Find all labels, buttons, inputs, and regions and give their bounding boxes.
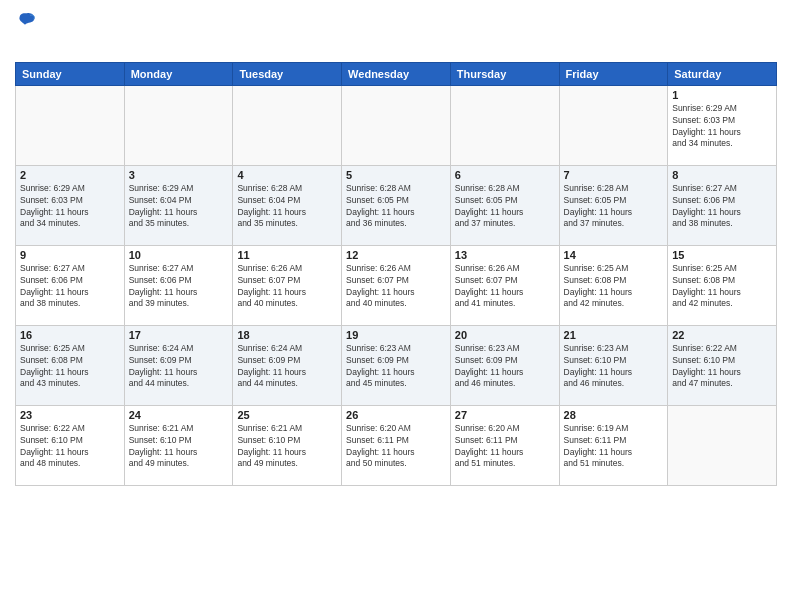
day-number: 24 — [129, 409, 229, 421]
calendar-cell: 13Sunrise: 6:26 AMSunset: 6:07 PMDayligh… — [450, 245, 559, 325]
calendar-cell: 21Sunrise: 6:23 AMSunset: 6:10 PMDayligh… — [559, 325, 668, 405]
day-number: 6 — [455, 169, 555, 181]
calendar-cell: 8Sunrise: 6:27 AMSunset: 6:06 PMDaylight… — [668, 165, 777, 245]
day-info: Sunrise: 6:27 AMSunset: 6:06 PMDaylight:… — [20, 263, 120, 311]
logo — [15, 10, 37, 54]
day-info: Sunrise: 6:25 AMSunset: 6:08 PMDaylight:… — [564, 263, 664, 311]
day-info: Sunrise: 6:25 AMSunset: 6:08 PMDaylight:… — [672, 263, 772, 311]
day-number: 1 — [672, 89, 772, 101]
day-number: 9 — [20, 249, 120, 261]
calendar-cell — [342, 85, 451, 165]
day-number: 18 — [237, 329, 337, 341]
calendar-week-5: 23Sunrise: 6:22 AMSunset: 6:10 PMDayligh… — [16, 405, 777, 485]
calendar-cell: 9Sunrise: 6:27 AMSunset: 6:06 PMDaylight… — [16, 245, 125, 325]
weekday-header-thursday: Thursday — [450, 62, 559, 85]
day-info: Sunrise: 6:28 AMSunset: 6:05 PMDaylight:… — [455, 183, 555, 231]
day-number: 17 — [129, 329, 229, 341]
weekday-header-sunday: Sunday — [16, 62, 125, 85]
day-info: Sunrise: 6:29 AMSunset: 6:03 PMDaylight:… — [20, 183, 120, 231]
day-info: Sunrise: 6:23 AMSunset: 6:10 PMDaylight:… — [564, 343, 664, 391]
calendar-cell: 15Sunrise: 6:25 AMSunset: 6:08 PMDayligh… — [668, 245, 777, 325]
calendar-cell: 12Sunrise: 6:26 AMSunset: 6:07 PMDayligh… — [342, 245, 451, 325]
day-number: 23 — [20, 409, 120, 421]
day-number: 28 — [564, 409, 664, 421]
day-info: Sunrise: 6:23 AMSunset: 6:09 PMDaylight:… — [346, 343, 446, 391]
weekday-header-row: SundayMondayTuesdayWednesdayThursdayFrid… — [16, 62, 777, 85]
day-number: 2 — [20, 169, 120, 181]
day-info: Sunrise: 6:27 AMSunset: 6:06 PMDaylight:… — [672, 183, 772, 231]
calendar-cell: 20Sunrise: 6:23 AMSunset: 6:09 PMDayligh… — [450, 325, 559, 405]
day-number: 27 — [455, 409, 555, 421]
calendar-cell: 26Sunrise: 6:20 AMSunset: 6:11 PMDayligh… — [342, 405, 451, 485]
weekday-header-saturday: Saturday — [668, 62, 777, 85]
day-info: Sunrise: 6:26 AMSunset: 6:07 PMDaylight:… — [237, 263, 337, 311]
calendar-cell — [450, 85, 559, 165]
day-info: Sunrise: 6:27 AMSunset: 6:06 PMDaylight:… — [129, 263, 229, 311]
day-info: Sunrise: 6:28 AMSunset: 6:05 PMDaylight:… — [346, 183, 446, 231]
calendar-cell — [559, 85, 668, 165]
calendar-cell — [16, 85, 125, 165]
day-number: 5 — [346, 169, 446, 181]
day-info: Sunrise: 6:25 AMSunset: 6:08 PMDaylight:… — [20, 343, 120, 391]
day-number: 10 — [129, 249, 229, 261]
day-info: Sunrise: 6:24 AMSunset: 6:09 PMDaylight:… — [237, 343, 337, 391]
day-info: Sunrise: 6:21 AMSunset: 6:10 PMDaylight:… — [129, 423, 229, 471]
day-number: 14 — [564, 249, 664, 261]
day-number: 13 — [455, 249, 555, 261]
header — [15, 10, 777, 54]
day-number: 3 — [129, 169, 229, 181]
calendar-cell: 5Sunrise: 6:28 AMSunset: 6:05 PMDaylight… — [342, 165, 451, 245]
calendar-week-2: 2Sunrise: 6:29 AMSunset: 6:03 PMDaylight… — [16, 165, 777, 245]
day-number: 4 — [237, 169, 337, 181]
logo-icon — [17, 10, 37, 30]
weekday-header-friday: Friday — [559, 62, 668, 85]
calendar-cell: 17Sunrise: 6:24 AMSunset: 6:09 PMDayligh… — [124, 325, 233, 405]
calendar-cell — [124, 85, 233, 165]
calendar-cell: 7Sunrise: 6:28 AMSunset: 6:05 PMDaylight… — [559, 165, 668, 245]
day-info: Sunrise: 6:24 AMSunset: 6:09 PMDaylight:… — [129, 343, 229, 391]
weekday-header-tuesday: Tuesday — [233, 62, 342, 85]
calendar-cell: 27Sunrise: 6:20 AMSunset: 6:11 PMDayligh… — [450, 405, 559, 485]
day-info: Sunrise: 6:20 AMSunset: 6:11 PMDaylight:… — [455, 423, 555, 471]
calendar-cell: 28Sunrise: 6:19 AMSunset: 6:11 PMDayligh… — [559, 405, 668, 485]
day-info: Sunrise: 6:20 AMSunset: 6:11 PMDaylight:… — [346, 423, 446, 471]
calendar-cell: 6Sunrise: 6:28 AMSunset: 6:05 PMDaylight… — [450, 165, 559, 245]
day-number: 22 — [672, 329, 772, 341]
day-info: Sunrise: 6:23 AMSunset: 6:09 PMDaylight:… — [455, 343, 555, 391]
day-info: Sunrise: 6:28 AMSunset: 6:05 PMDaylight:… — [564, 183, 664, 231]
calendar-cell: 25Sunrise: 6:21 AMSunset: 6:10 PMDayligh… — [233, 405, 342, 485]
day-info: Sunrise: 6:21 AMSunset: 6:10 PMDaylight:… — [237, 423, 337, 471]
calendar-week-1: 1Sunrise: 6:29 AMSunset: 6:03 PMDaylight… — [16, 85, 777, 165]
day-number: 15 — [672, 249, 772, 261]
day-number: 21 — [564, 329, 664, 341]
calendar-cell: 1Sunrise: 6:29 AMSunset: 6:03 PMDaylight… — [668, 85, 777, 165]
day-number: 19 — [346, 329, 446, 341]
day-info: Sunrise: 6:22 AMSunset: 6:10 PMDaylight:… — [672, 343, 772, 391]
calendar-cell — [668, 405, 777, 485]
calendar-cell: 23Sunrise: 6:22 AMSunset: 6:10 PMDayligh… — [16, 405, 125, 485]
day-info: Sunrise: 6:26 AMSunset: 6:07 PMDaylight:… — [346, 263, 446, 311]
day-number: 11 — [237, 249, 337, 261]
day-number: 8 — [672, 169, 772, 181]
calendar-cell: 16Sunrise: 6:25 AMSunset: 6:08 PMDayligh… — [16, 325, 125, 405]
calendar-cell: 11Sunrise: 6:26 AMSunset: 6:07 PMDayligh… — [233, 245, 342, 325]
day-number: 12 — [346, 249, 446, 261]
weekday-header-wednesday: Wednesday — [342, 62, 451, 85]
day-info: Sunrise: 6:29 AMSunset: 6:03 PMDaylight:… — [672, 103, 772, 151]
day-info: Sunrise: 6:19 AMSunset: 6:11 PMDaylight:… — [564, 423, 664, 471]
calendar-cell: 24Sunrise: 6:21 AMSunset: 6:10 PMDayligh… — [124, 405, 233, 485]
day-number: 20 — [455, 329, 555, 341]
day-number: 7 — [564, 169, 664, 181]
calendar-week-3: 9Sunrise: 6:27 AMSunset: 6:06 PMDaylight… — [16, 245, 777, 325]
day-number: 16 — [20, 329, 120, 341]
page-container: SundayMondayTuesdayWednesdayThursdayFrid… — [0, 0, 792, 612]
day-info: Sunrise: 6:26 AMSunset: 6:07 PMDaylight:… — [455, 263, 555, 311]
calendar-cell: 19Sunrise: 6:23 AMSunset: 6:09 PMDayligh… — [342, 325, 451, 405]
day-info: Sunrise: 6:29 AMSunset: 6:04 PMDaylight:… — [129, 183, 229, 231]
calendar-week-4: 16Sunrise: 6:25 AMSunset: 6:08 PMDayligh… — [16, 325, 777, 405]
calendar-cell: 3Sunrise: 6:29 AMSunset: 6:04 PMDaylight… — [124, 165, 233, 245]
calendar-cell: 22Sunrise: 6:22 AMSunset: 6:10 PMDayligh… — [668, 325, 777, 405]
day-info: Sunrise: 6:22 AMSunset: 6:10 PMDaylight:… — [20, 423, 120, 471]
day-number: 26 — [346, 409, 446, 421]
calendar-cell: 10Sunrise: 6:27 AMSunset: 6:06 PMDayligh… — [124, 245, 233, 325]
